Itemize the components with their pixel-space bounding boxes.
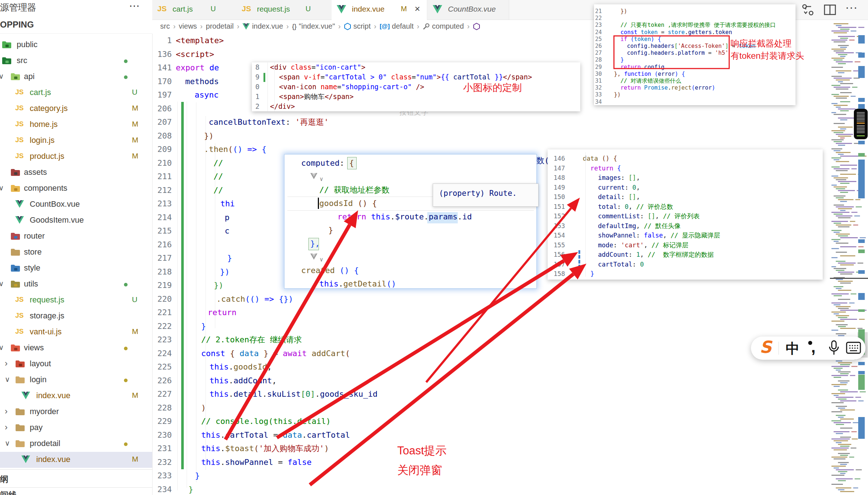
code-line-230[interactable]: 230this.cartTotal = data.cartTotal xyxy=(0,428,830,442)
ime-chinese-mode[interactable]: 中 xyxy=(786,339,800,358)
line-number: 23 xyxy=(595,22,605,29)
code-token: name xyxy=(320,83,337,91)
minimap-line xyxy=(831,402,844,403)
minimap-line xyxy=(838,326,846,327)
code-token: config xyxy=(627,50,647,56)
breadcrumb-item-prodetail[interactable]: prodetail xyxy=(206,22,234,30)
code-token: addCount xyxy=(233,376,272,385)
code-line-223[interactable]: 223// 2.token存在 继续请求 xyxy=(0,333,830,347)
code-line-227[interactable]: 227this.detail.skuList[0].goods_sku_id xyxy=(0,387,830,401)
code-token: () xyxy=(386,279,396,288)
minimap-line xyxy=(836,487,851,488)
tab-CountBox-vue[interactable]: CountBox.vue xyxy=(428,0,509,20)
more-actions-icon[interactable]: ··· xyxy=(845,0,857,14)
popup-code-line-158: 158} xyxy=(548,269,823,279)
code-token: class xyxy=(391,73,412,81)
popup-code-line: ∨ xyxy=(285,170,536,183)
modified-gutter-bar xyxy=(181,455,184,469)
minimap-line xyxy=(838,281,853,282)
minimap-line xyxy=(840,119,847,120)
breadcrumb-item-indexvue[interactable]: {}"index.vue" xyxy=(292,22,335,30)
project-section-header[interactable]: OPPING xyxy=(0,20,34,30)
split-editor-icon[interactable] xyxy=(823,4,836,16)
code-line-229[interactable]: 229// console.log(this.detail) xyxy=(0,414,830,428)
breadcrumb-item-computed[interactable]: computed xyxy=(423,22,464,30)
code-line-224[interactable]: 224const { data } = await addCart( xyxy=(0,347,830,360)
code-line-226[interactable]: 226this.addCount, xyxy=(0,374,830,388)
minimap-line xyxy=(834,232,840,233)
code-token: // 显示隐藏弹层 xyxy=(670,232,720,239)
code-token: showPannel xyxy=(598,232,636,239)
code-token: return xyxy=(620,84,644,91)
tab-index-vue[interactable]: index.vueM× xyxy=(332,0,427,20)
line-number: 148 xyxy=(549,173,565,183)
code-token: async xyxy=(195,90,219,99)
popup-code-line-153: 153defaultImg, // 默任头像 xyxy=(548,221,823,231)
code-token: [] xyxy=(628,193,636,201)
breadcrumb-item-views[interactable]: views xyxy=(179,22,197,30)
vue-codelens-icon[interactable]: ∨ xyxy=(310,173,317,179)
code-token: .catch xyxy=(216,294,245,304)
code-token: 0 xyxy=(306,389,310,399)
code-text: c xyxy=(225,224,229,238)
minimap-line xyxy=(840,165,857,166)
code-token: ) xyxy=(201,403,206,412)
code-token: } xyxy=(201,322,206,331)
code-text: return config xyxy=(620,64,664,71)
breadcrumb-item[interactable] xyxy=(473,23,480,30)
code-text: this.getDetail() xyxy=(319,277,396,290)
minimap-line xyxy=(836,424,844,425)
open-changes-icon[interactable] xyxy=(801,3,815,17)
code-line-228[interactable]: 228) xyxy=(0,401,830,415)
breadcrumb-item-default[interactable]: [@]default xyxy=(379,22,414,30)
breadcrumb-item-script[interactable]: script xyxy=(344,22,371,30)
minimap-line xyxy=(831,221,848,222)
code-line-225[interactable]: 225this.goodsId, xyxy=(0,360,830,374)
breadcrumb-label: index.vue xyxy=(252,22,283,30)
minimap-line xyxy=(838,226,850,227)
sogou-logo[interactable]: S xyxy=(760,337,772,357)
code-token: > xyxy=(361,63,365,71)
code-token: skuList xyxy=(267,389,301,399)
code-line-220[interactable]: 220.catch(() => {}) xyxy=(0,292,830,306)
line-number: 211 xyxy=(146,170,172,183)
magnifier-widget[interactable] xyxy=(854,109,868,139)
minimap-line xyxy=(831,239,840,240)
code-line-234[interactable]: 234} xyxy=(0,483,830,495)
code-token: cancelButtonText xyxy=(209,117,286,127)
annotation-interceptor-1: 响应拦截器处理 xyxy=(731,38,792,49)
minimap-line xyxy=(838,489,844,490)
code-token: class xyxy=(291,63,311,71)
code-line-222[interactable]: 222} xyxy=(0,319,830,333)
explorer-more-icon[interactable]: ⋯ xyxy=(129,0,141,12)
code-line-208[interactable]: 208}) xyxy=(0,129,830,143)
code-text: <template> xyxy=(176,34,224,48)
ime-keyboard-icon[interactable] xyxy=(846,342,861,354)
line-number: 225 xyxy=(146,360,172,374)
minimap-line xyxy=(831,248,839,249)
minimap-line xyxy=(851,30,856,32)
code-line-221[interactable]: 221return xyxy=(0,306,830,319)
breadcrumb-item-indexvue[interactable]: index.vue xyxy=(242,22,283,30)
code-token: platform xyxy=(678,50,705,56)
code-token: config xyxy=(627,43,647,49)
minimap-line xyxy=(831,49,846,50)
ime-mic-icon[interactable] xyxy=(828,340,840,356)
code-token: cartTotal xyxy=(598,261,632,268)
minimap-line xyxy=(851,212,857,213)
minimap-line xyxy=(838,408,845,409)
minimap-line xyxy=(856,206,862,207)
breadcrumb-item-src[interactable]: src xyxy=(160,22,170,30)
code-token: ( xyxy=(228,145,233,154)
minimap[interactable] xyxy=(830,20,857,495)
tab-request-js[interactable]: JSrequest.jsU xyxy=(237,0,332,20)
minimap-line xyxy=(836,161,849,162)
tab-close-icon[interactable]: × xyxy=(415,3,420,15)
vue-codelens-icon[interactable]: ∨ xyxy=(310,253,317,260)
code-text: }, function (error) { xyxy=(614,71,685,78)
code-text: images: [], xyxy=(598,173,640,183)
popup-code-line: <div class="icon-cart"> xyxy=(252,62,580,72)
tab-cart-js[interactable]: JScart.jsU xyxy=(152,0,237,20)
code-token: . xyxy=(647,50,651,56)
code-line-207[interactable]: 207cancelButtonText: '再逛逛' xyxy=(0,115,830,129)
